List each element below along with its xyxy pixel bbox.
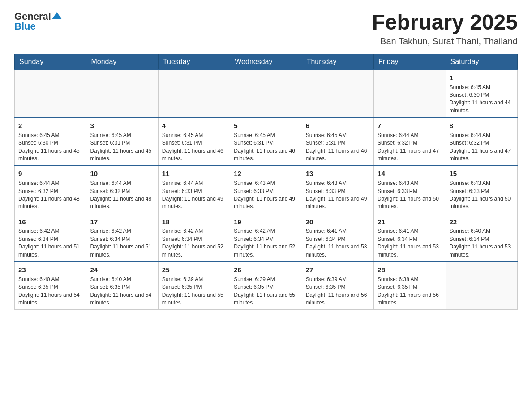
calendar-cell: 20Sunrise: 6:41 AM Sunset: 6:34 PM Dayli… — [302, 214, 373, 262]
day-number: 3 — [90, 121, 154, 131]
day-info: Sunrise: 6:39 AM Sunset: 6:35 PM Dayligh… — [162, 276, 226, 307]
day-info: Sunrise: 6:39 AM Sunset: 6:35 PM Dayligh… — [234, 276, 298, 307]
day-info: Sunrise: 6:43 AM Sunset: 6:33 PM Dayligh… — [378, 180, 442, 211]
day-info: Sunrise: 6:43 AM Sunset: 6:33 PM Dayligh… — [450, 180, 514, 211]
day-info: Sunrise: 6:41 AM Sunset: 6:34 PM Dayligh… — [306, 227, 370, 259]
day-number: 20 — [306, 217, 370, 227]
calendar-cell: 24Sunrise: 6:40 AM Sunset: 6:35 PM Dayli… — [86, 262, 158, 310]
day-info: Sunrise: 6:45 AM Sunset: 6:30 PM Dayligh… — [450, 84, 514, 115]
day-number: 2 — [18, 121, 82, 131]
day-info: Sunrise: 6:44 AM Sunset: 6:32 PM Dayligh… — [450, 132, 514, 163]
day-info: Sunrise: 6:41 AM Sunset: 6:34 PM Dayligh… — [378, 227, 442, 259]
week-row-2: 2Sunrise: 6:45 AM Sunset: 6:30 PM Daylig… — [15, 118, 518, 166]
day-info: Sunrise: 6:40 AM Sunset: 6:34 PM Dayligh… — [450, 227, 514, 259]
day-info: Sunrise: 6:45 AM Sunset: 6:31 PM Dayligh… — [162, 132, 226, 163]
day-number: 24 — [90, 265, 154, 275]
calendar-cell: 11Sunrise: 6:44 AM Sunset: 6:33 PM Dayli… — [158, 166, 230, 214]
day-info: Sunrise: 6:45 AM Sunset: 6:31 PM Dayligh… — [306, 132, 370, 163]
week-row-3: 9Sunrise: 6:44 AM Sunset: 6:32 PM Daylig… — [15, 166, 518, 214]
day-number: 8 — [450, 121, 514, 131]
title-block: February 2025 Ban Takhun, Surat Thani, T… — [372, 11, 518, 47]
day-number: 4 — [162, 121, 226, 131]
day-number: 7 — [378, 121, 442, 131]
calendar-cell: 2Sunrise: 6:45 AM Sunset: 6:30 PM Daylig… — [15, 118, 86, 166]
week-row-5: 23Sunrise: 6:40 AM Sunset: 6:35 PM Dayli… — [15, 262, 518, 310]
calendar-cell: 12Sunrise: 6:43 AM Sunset: 6:33 PM Dayli… — [230, 166, 302, 214]
calendar-cell: 1Sunrise: 6:45 AM Sunset: 6:30 PM Daylig… — [446, 70, 517, 118]
day-number: 16 — [18, 217, 82, 227]
calendar-cell — [158, 70, 230, 118]
day-number: 13 — [306, 169, 370, 179]
week-row-4: 16Sunrise: 6:42 AM Sunset: 6:34 PM Dayli… — [15, 214, 518, 262]
col-header-saturday: Saturday — [446, 54, 517, 70]
calendar-cell — [230, 70, 302, 118]
day-number: 15 — [450, 169, 514, 179]
logo-triangle-icon — [52, 11, 62, 20]
day-number: 28 — [378, 265, 442, 275]
col-header-sunday: Sunday — [15, 54, 86, 70]
day-number: 12 — [234, 169, 298, 179]
day-info: Sunrise: 6:39 AM Sunset: 6:35 PM Dayligh… — [306, 276, 370, 307]
calendar-cell: 17Sunrise: 6:42 AM Sunset: 6:34 PM Dayli… — [86, 214, 158, 262]
calendar-cell — [446, 262, 517, 310]
calendar-cell: 21Sunrise: 6:41 AM Sunset: 6:34 PM Dayli… — [374, 214, 446, 262]
calendar-cell: 25Sunrise: 6:39 AM Sunset: 6:35 PM Dayli… — [158, 262, 230, 310]
calendar-table: SundayMondayTuesdayWednesdayThursdayFrid… — [14, 54, 518, 310]
calendar-cell: 27Sunrise: 6:39 AM Sunset: 6:35 PM Dayli… — [302, 262, 373, 310]
calendar-cell: 5Sunrise: 6:45 AM Sunset: 6:31 PM Daylig… — [230, 118, 302, 166]
day-number: 5 — [234, 121, 298, 131]
calendar-cell: 16Sunrise: 6:42 AM Sunset: 6:34 PM Dayli… — [15, 214, 86, 262]
day-info: Sunrise: 6:44 AM Sunset: 6:32 PM Dayligh… — [18, 180, 82, 211]
day-info: Sunrise: 6:42 AM Sunset: 6:34 PM Dayligh… — [162, 227, 226, 259]
location-subtitle: Ban Takhun, Surat Thani, Thailand — [372, 36, 518, 47]
calendar-cell — [302, 70, 373, 118]
col-header-friday: Friday — [374, 54, 446, 70]
day-number: 26 — [234, 265, 298, 275]
calendar-cell: 15Sunrise: 6:43 AM Sunset: 6:33 PM Dayli… — [446, 166, 517, 214]
day-info: Sunrise: 6:44 AM Sunset: 6:32 PM Dayligh… — [378, 132, 442, 163]
svg-marker-0 — [52, 12, 62, 19]
calendar-cell — [374, 70, 446, 118]
logo: General Blue — [14, 11, 62, 32]
col-header-tuesday: Tuesday — [158, 54, 230, 70]
day-info: Sunrise: 6:45 AM Sunset: 6:30 PM Dayligh… — [18, 132, 82, 163]
day-number: 11 — [162, 169, 226, 179]
page-header: General Blue February 2025 Ban Takhun, S… — [14, 11, 518, 47]
calendar-cell: 26Sunrise: 6:39 AM Sunset: 6:35 PM Dayli… — [230, 262, 302, 310]
day-info: Sunrise: 6:42 AM Sunset: 6:34 PM Dayligh… — [18, 227, 82, 259]
logo-blue-text: Blue — [14, 21, 36, 32]
day-number: 1 — [450, 73, 514, 83]
day-info: Sunrise: 6:38 AM Sunset: 6:35 PM Dayligh… — [378, 276, 442, 307]
calendar-cell: 10Sunrise: 6:44 AM Sunset: 6:32 PM Dayli… — [86, 166, 158, 214]
day-info: Sunrise: 6:45 AM Sunset: 6:31 PM Dayligh… — [90, 132, 154, 163]
calendar-cell: 7Sunrise: 6:44 AM Sunset: 6:32 PM Daylig… — [374, 118, 446, 166]
calendar-cell: 22Sunrise: 6:40 AM Sunset: 6:34 PM Dayli… — [446, 214, 517, 262]
calendar-cell: 19Sunrise: 6:42 AM Sunset: 6:34 PM Dayli… — [230, 214, 302, 262]
day-info: Sunrise: 6:44 AM Sunset: 6:32 PM Dayligh… — [90, 180, 154, 211]
month-year-title: February 2025 — [372, 11, 518, 34]
calendar-cell: 6Sunrise: 6:45 AM Sunset: 6:31 PM Daylig… — [302, 118, 373, 166]
calendar-cell: 23Sunrise: 6:40 AM Sunset: 6:35 PM Dayli… — [15, 262, 86, 310]
day-info: Sunrise: 6:40 AM Sunset: 6:35 PM Dayligh… — [90, 276, 154, 307]
calendar-cell: 28Sunrise: 6:38 AM Sunset: 6:35 PM Dayli… — [374, 262, 446, 310]
day-info: Sunrise: 6:43 AM Sunset: 6:33 PM Dayligh… — [234, 180, 298, 211]
day-number: 17 — [90, 217, 154, 227]
day-number: 25 — [162, 265, 226, 275]
day-number: 27 — [306, 265, 370, 275]
day-number: 6 — [306, 121, 370, 131]
day-number: 14 — [378, 169, 442, 179]
calendar-cell: 14Sunrise: 6:43 AM Sunset: 6:33 PM Dayli… — [374, 166, 446, 214]
day-number: 21 — [378, 217, 442, 227]
day-info: Sunrise: 6:43 AM Sunset: 6:33 PM Dayligh… — [306, 180, 370, 211]
calendar-cell: 8Sunrise: 6:44 AM Sunset: 6:32 PM Daylig… — [446, 118, 517, 166]
day-info: Sunrise: 6:40 AM Sunset: 6:35 PM Dayligh… — [18, 276, 82, 307]
calendar-cell: 13Sunrise: 6:43 AM Sunset: 6:33 PM Dayli… — [302, 166, 373, 214]
week-row-1: 1Sunrise: 6:45 AM Sunset: 6:30 PM Daylig… — [15, 70, 518, 118]
col-header-wednesday: Wednesday — [230, 54, 302, 70]
col-header-monday: Monday — [86, 54, 158, 70]
day-info: Sunrise: 6:42 AM Sunset: 6:34 PM Dayligh… — [234, 227, 298, 259]
day-info: Sunrise: 6:42 AM Sunset: 6:34 PM Dayligh… — [90, 227, 154, 259]
day-info: Sunrise: 6:45 AM Sunset: 6:31 PM Dayligh… — [234, 132, 298, 163]
day-number: 23 — [18, 265, 82, 275]
calendar-header-row: SundayMondayTuesdayWednesdayThursdayFrid… — [15, 54, 518, 70]
